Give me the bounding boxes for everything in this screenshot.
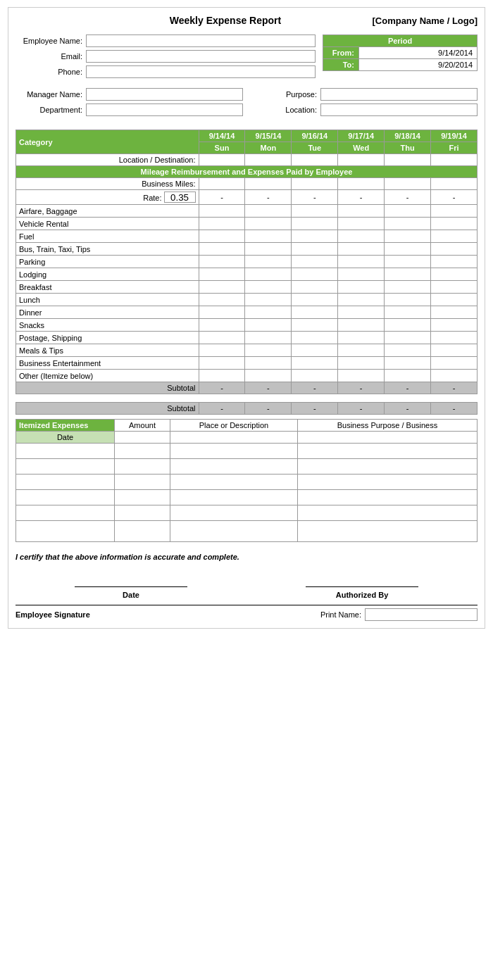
list-item <box>16 490 478 505</box>
itemized-business-4[interactable] <box>297 490 477 505</box>
purpose-input[interactable] <box>320 88 478 101</box>
table-row: Breakfast <box>16 281 478 294</box>
table-row: Business Entertainment <box>16 357 478 370</box>
table-row: Vehicle Rental <box>16 218 478 230</box>
vehicle-tue[interactable] <box>292 218 338 230</box>
itemized-place-4[interactable] <box>170 490 298 505</box>
rate-label-cell: Rate: <box>16 190 199 205</box>
itemized-place-3[interactable] <box>170 475 298 490</box>
biz-miles-tue[interactable] <box>292 178 338 190</box>
airfare-sun[interactable] <box>199 205 245 218</box>
airfare-wed[interactable] <box>338 205 385 218</box>
location-input[interactable] <box>320 103 478 116</box>
itemized-amount-2[interactable] <box>115 459 170 475</box>
employee-sig-label: Employee Signature <box>15 610 320 619</box>
itemized-date-4[interactable] <box>16 490 115 505</box>
from-label: From: <box>323 47 358 58</box>
print-name-input[interactable] <box>365 608 478 621</box>
day-col-1: Sun <box>199 142 245 154</box>
loc-dest-fri[interactable] <box>431 154 478 166</box>
itemized-amount-4[interactable] <box>115 490 170 505</box>
itemized-place-6[interactable] <box>170 521 298 542</box>
biz-miles-sun[interactable] <box>199 178 245 190</box>
airfare-mon[interactable] <box>245 205 292 218</box>
email-input[interactable] <box>86 50 316 63</box>
itemized-business-3[interactable] <box>297 475 477 490</box>
itemized-date-5[interactable] <box>16 505 115 521</box>
location-label: Location: <box>250 106 320 114</box>
row-lodging: Lodging <box>16 268 199 281</box>
itemized-table: Itemized Expenses Amount Place or Descri… <box>15 419 478 542</box>
date-col-3: 9/16/14 <box>292 130 338 142</box>
table-row: Dinner <box>16 306 478 319</box>
date-col-header: Date <box>16 432 115 444</box>
expense-table: Category 9/14/14 9/15/14 9/16/14 9/17/14… <box>15 130 478 415</box>
row-other: Other (Itemize below) <box>16 370 199 382</box>
amount-col-header: Amount <box>115 420 170 432</box>
rate-input[interactable] <box>164 191 196 203</box>
rate-label: Rate: <box>143 194 161 202</box>
loc-dest-thu[interactable] <box>385 154 431 166</box>
rate-mon: - <box>245 190 292 205</box>
itemized-place-1[interactable] <box>170 444 298 459</box>
biz-miles-wed[interactable] <box>338 178 385 190</box>
loc-dest-mon[interactable] <box>245 154 292 166</box>
itemized-amount-3[interactable] <box>115 475 170 490</box>
rate-tue: - <box>292 190 338 205</box>
place-col-header: Place or Description <box>170 420 298 432</box>
row-airfare: Airfare, Baggage <box>16 205 199 218</box>
airfare-fri[interactable] <box>431 205 478 218</box>
itemized-business-1[interactable] <box>297 444 477 459</box>
itemized-amount-6[interactable] <box>115 521 170 542</box>
day-col-5: Thu <box>385 142 431 154</box>
loc-dest-tue[interactable] <box>292 154 338 166</box>
date-col-4: 9/17/14 <box>338 130 385 142</box>
vehicle-sun[interactable] <box>199 218 245 230</box>
phone-input[interactable] <box>86 65 316 78</box>
itemized-date-1[interactable] <box>16 444 115 459</box>
biz-miles-thu[interactable] <box>385 178 431 190</box>
subtotal-label-2: Subtotal <box>16 403 199 415</box>
itemized-business-2[interactable] <box>297 459 477 475</box>
table-row: Meals & Tips <box>16 344 478 357</box>
vehicle-mon[interactable] <box>245 218 292 230</box>
biz-miles-mon[interactable] <box>245 178 292 190</box>
itemized-business-5[interactable] <box>297 505 477 521</box>
department-input[interactable] <box>86 103 243 116</box>
airfare-thu[interactable] <box>385 205 431 218</box>
mileage-section-header: Mileage Reimbursement and Expenses Paid … <box>16 166 478 178</box>
manager-name-label: Manager Name: <box>15 90 86 99</box>
itemized-date-6[interactable] <box>16 521 115 542</box>
loc-dest-wed[interactable] <box>338 154 385 166</box>
day-col-3: Tue <box>292 142 338 154</box>
date-col-6: 9/19/14 <box>431 130 478 142</box>
vehicle-fri[interactable] <box>431 218 478 230</box>
day-col-4: Wed <box>338 142 385 154</box>
itemized-business-6[interactable] <box>297 521 477 542</box>
row-meals: Meals & Tips <box>16 344 199 357</box>
list-item <box>16 444 478 459</box>
itemized-amount-5[interactable] <box>115 505 170 521</box>
biz-miles-fri[interactable] <box>431 178 478 190</box>
loc-dest-sun[interactable] <box>199 154 245 166</box>
manager-name-input[interactable] <box>86 88 243 101</box>
airfare-tue[interactable] <box>292 205 338 218</box>
employee-name-input[interactable] <box>86 34 316 47</box>
itemized-date-3[interactable] <box>16 475 115 490</box>
itemized-amount-1[interactable] <box>115 444 170 459</box>
subtotal-label-1: Subtotal <box>16 382 199 394</box>
rate-fri: - <box>431 190 478 205</box>
company-name: [Company Name / Logo] <box>351 15 478 26</box>
vehicle-wed[interactable] <box>338 218 385 230</box>
list-item <box>16 505 478 521</box>
vehicle-thu[interactable] <box>385 218 431 230</box>
table-row: Postage, Shipping <box>16 332 478 344</box>
itemized-place-5[interactable] <box>170 505 298 521</box>
date-signature-label: Date <box>15 591 246 599</box>
purpose-label: Purpose: <box>250 90 320 99</box>
row-lunch: Lunch <box>16 294 199 306</box>
period-box: Period From: 9/14/2014 To: 9/20/2014 <box>323 34 478 71</box>
itemized-place-2[interactable] <box>170 459 298 475</box>
itemized-date-2[interactable] <box>16 459 115 475</box>
row-breakfast: Breakfast <box>16 281 199 294</box>
